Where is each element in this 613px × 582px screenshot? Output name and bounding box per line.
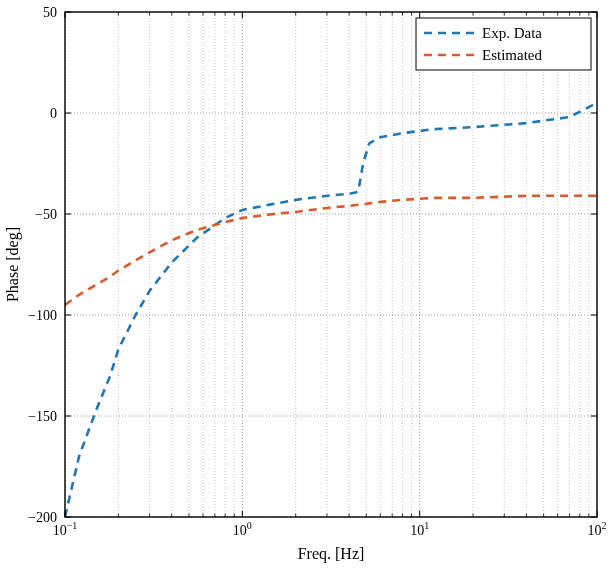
- chart-svg: 10−1100101102−200−150−100−50050Freq. [Hz…: [0, 0, 613, 582]
- svg-text:101: 101: [410, 520, 429, 538]
- legend: Exp. DataEstimated: [416, 18, 591, 70]
- svg-rect-0: [65, 12, 597, 517]
- y-tick-label: 50: [43, 5, 57, 20]
- legend-label-0: Exp. Data: [482, 25, 542, 41]
- y-tick-label: −100: [28, 308, 57, 323]
- phase-vs-frequency-chart: 10−1100101102−200−150−100−50050Freq. [Hz…: [0, 0, 613, 582]
- x-tick-label: 100: [233, 520, 252, 538]
- y-tick-label: −150: [28, 409, 57, 424]
- x-axis-label: Freq. [Hz]: [298, 545, 365, 563]
- legend-label-1: Estimated: [482, 47, 542, 63]
- y-tick-label: −50: [35, 207, 57, 222]
- y-tick-label: 0: [50, 106, 57, 121]
- x-tick-label: 102: [588, 520, 607, 538]
- y-axis-label: Phase [deg]: [4, 227, 22, 302]
- svg-text:100: 100: [233, 520, 252, 538]
- svg-text:102: 102: [588, 520, 607, 538]
- x-tick-label: 101: [410, 520, 429, 538]
- y-tick-label: −200: [28, 510, 57, 525]
